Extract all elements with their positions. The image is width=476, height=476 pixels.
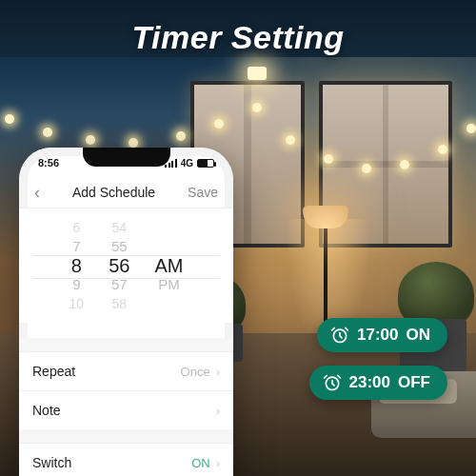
ampm-selected[interactable]: AM — [154, 257, 183, 274]
screen-header: ‹ Add Schedule Save — [19, 176, 233, 208]
timer-off-state: OFF — [398, 373, 430, 392]
switch-row[interactable]: Switch ON› — [19, 443, 233, 476]
hour-option[interactable]: 7 — [72, 238, 80, 255]
hour-option[interactable]: 10 — [69, 295, 85, 312]
minute-selected[interactable]: 56 — [109, 257, 129, 274]
timer-on-badge: 17:00 ON — [317, 318, 447, 352]
hour-wheel[interactable]: 6 7 8 9 10 — [69, 208, 85, 323]
promo-scene: Timer Setting 17:00 ON 23:00 OFF 8:56 4G… — [0, 0, 476, 476]
hero-title: Timer Setting — [0, 19, 476, 56]
network-label: 4G — [181, 158, 193, 169]
switch-value: ON — [191, 456, 210, 470]
switch-label: Switch — [32, 455, 71, 470]
time-picker[interactable]: 6 7 8 9 10 54 55 56 57 58 AM PM — [19, 208, 233, 323]
save-button[interactable]: Save — [188, 185, 218, 200]
repeat-row[interactable]: Repeat Once› — [19, 351, 233, 390]
note-row[interactable]: Note › — [19, 390, 233, 429]
minute-option[interactable]: 58 — [111, 295, 127, 312]
phone-mockup: 8:56 4G ‹ Add Schedule Save 6 7 8 9 10 — [19, 148, 233, 476]
phone-notch — [83, 148, 170, 167]
floor-lamp-shade — [303, 206, 348, 228]
screen-title: Add Schedule — [72, 185, 155, 200]
wall-sconce-light — [248, 67, 267, 80]
minute-wheel[interactable]: 54 55 56 57 58 — [109, 208, 129, 323]
chevron-right-icon: › — [216, 404, 220, 418]
back-button[interactable]: ‹ — [34, 184, 40, 201]
hour-selected[interactable]: 8 — [71, 257, 82, 274]
battery-icon — [197, 159, 214, 168]
repeat-label: Repeat — [32, 364, 75, 379]
timer-on-state: ON — [407, 326, 431, 345]
status-time: 8:56 — [38, 157, 59, 169]
timer-on-time: 17:00 — [357, 326, 398, 345]
chevron-right-icon: › — [216, 456, 220, 470]
minute-option[interactable]: 54 — [111, 219, 127, 236]
chevron-right-icon: › — [216, 365, 220, 379]
note-label: Note — [32, 403, 61, 418]
alarm-icon — [330, 326, 349, 345]
ampm-wheel[interactable]: AM PM — [154, 208, 183, 323]
repeat-value: Once — [181, 365, 210, 379]
settings-list: Repeat Once› Note › Switch ON› — [19, 338, 233, 476]
alarm-icon — [323, 373, 342, 392]
hour-option[interactable]: 6 — [72, 219, 80, 236]
timer-off-badge: 23:00 OFF — [309, 366, 447, 400]
timer-off-time: 23:00 — [349, 373, 390, 392]
minute-option[interactable]: 55 — [111, 238, 128, 255]
